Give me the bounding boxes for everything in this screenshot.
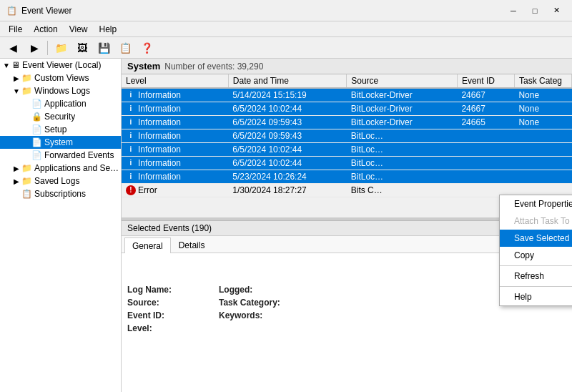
tree-root[interactable]: ▼ 🖥 Event Viewer (Local) xyxy=(0,59,121,72)
context-menu-item[interactable]: Refresh xyxy=(500,268,572,285)
info-icon: i xyxy=(126,90,136,100)
cell-eventid: 24667 xyxy=(457,88,514,102)
table-row[interactable]: iInformation 5/14/2024 15:15:19 BitLocke… xyxy=(122,88,572,102)
info-icon: i xyxy=(126,104,136,114)
cell-category: None xyxy=(514,102,571,116)
saved-logs-folder-icon: 📁 xyxy=(21,176,32,186)
info-icon: i xyxy=(126,117,136,127)
custom-views-expand-icon: ▶ xyxy=(11,74,21,82)
windows-logs-expand-icon: ▼ xyxy=(11,87,21,95)
col-header-source[interactable]: Source xyxy=(347,74,458,88)
col-header-eventid[interactable]: Event ID xyxy=(457,74,514,88)
sidebar-item-security[interactable]: 🔒 Security xyxy=(0,110,121,123)
maximize-button[interactable]: □ xyxy=(525,4,545,18)
field-event-id: Event ID: xyxy=(127,310,190,320)
toolbar-back[interactable]: ◀ xyxy=(3,39,23,57)
info-icon: i xyxy=(126,131,136,141)
menu-view[interactable]: View xyxy=(64,23,94,36)
context-menu-item-label: Attach Task To This Event… xyxy=(514,216,572,226)
event-id-label: Event ID: xyxy=(127,310,184,320)
cell-eventid xyxy=(457,157,514,170)
table-row[interactable]: iInformation 6/5/2024 09:59:43 BitLocker… xyxy=(122,116,572,129)
context-menu: Event PropertiesAttach Task To This Even… xyxy=(499,195,572,306)
title-bar: 📋 Event Viewer ─ □ ✕ xyxy=(0,0,572,21)
field-log-name: Log Name: xyxy=(127,285,190,295)
cell-source: BitLoc… xyxy=(347,170,458,184)
windows-logs-label: Windows Logs xyxy=(34,86,90,96)
context-menu-separator xyxy=(500,286,572,287)
field-source: Source: xyxy=(127,298,190,308)
sidebar-item-subscriptions[interactable]: 📋 Subscriptions xyxy=(0,187,121,200)
field-task-category: Task Category: xyxy=(219,298,286,308)
cell-date: 6/5/2024 10:02:44 xyxy=(228,102,346,116)
context-menu-item[interactable]: Help▶ xyxy=(500,288,572,305)
menu-file[interactable]: File xyxy=(3,23,28,36)
sidebar: ▼ 🖥 Event Viewer (Local) ▶ 📁 Custom View… xyxy=(0,59,122,392)
root-folder-icon: 🖥 xyxy=(11,60,20,70)
source-label: Source: xyxy=(127,298,184,308)
menu-action[interactable]: Action xyxy=(28,23,63,36)
cell-date: 1/30/2024 18:27:27 xyxy=(228,184,346,197)
toolbar-new[interactable]: 🖼 xyxy=(72,39,92,57)
table-row[interactable]: iInformation 6/5/2024 10:02:44 BitLoc… xyxy=(122,143,572,157)
security-label: Security xyxy=(44,112,75,122)
root-expand-icon: ▼ xyxy=(1,62,11,69)
event-count: Number of events: 39,290 xyxy=(164,62,263,72)
keywords-label: Keywords: xyxy=(219,310,276,320)
setup-folder-icon: 📄 xyxy=(31,124,42,134)
col-header-category[interactable]: Task Categ xyxy=(514,74,571,88)
sidebar-item-forwarded-events[interactable]: 📄 Forwarded Events xyxy=(0,149,121,162)
event-list-header: System Number of events: 39,290 xyxy=(122,59,572,74)
sidebar-item-applications-services[interactable]: ▶ 📁 Applications and Servi… xyxy=(0,162,121,175)
tab-details[interactable]: Details xyxy=(171,237,213,253)
app-icon: 📋 xyxy=(6,5,17,16)
sidebar-item-windows-logs[interactable]: ▼ 📁 Windows Logs xyxy=(0,84,121,97)
sidebar-item-application[interactable]: 📄 Application xyxy=(0,97,121,110)
cell-date: 5/14/2024 15:15:19 xyxy=(228,88,346,102)
main-layout: ▼ 🖥 Event Viewer (Local) ▶ 📁 Custom View… xyxy=(0,59,572,392)
system-label: System xyxy=(44,137,73,147)
table-row[interactable]: iInformation 5/23/2024 10:26:24 BitLoc… xyxy=(122,170,572,184)
context-menu-item-label: Event Properties xyxy=(514,199,572,209)
event-list-tab-title: System xyxy=(127,61,160,72)
context-menu-item[interactable]: Save Selected Events… xyxy=(500,230,572,247)
col-header-date[interactable]: Date and Time xyxy=(228,74,346,88)
sidebar-item-setup[interactable]: 📄 Setup xyxy=(0,123,121,136)
level-label: Level: xyxy=(127,323,184,333)
col-header-level[interactable]: Level xyxy=(122,74,228,88)
context-menu-item[interactable]: Copy▶ xyxy=(500,247,572,264)
cell-category: None xyxy=(514,116,571,129)
toolbar-properties[interactable]: 📋 xyxy=(115,39,135,57)
error-icon: ! xyxy=(126,185,136,195)
forwarded-folder-icon: 📄 xyxy=(31,150,42,160)
cell-category: None xyxy=(514,88,571,102)
context-menu-item-label: Help xyxy=(514,292,532,302)
menu-help[interactable]: Help xyxy=(94,23,123,36)
cell-level: !Error xyxy=(122,184,228,197)
context-menu-item[interactable]: Event Properties xyxy=(500,195,572,212)
cell-level: iInformation xyxy=(122,170,228,184)
log-name-label: Log Name: xyxy=(127,285,184,295)
context-menu-item-label: Save Selected Events… xyxy=(514,233,572,243)
table-row[interactable]: iInformation 6/5/2024 10:02:44 BitLocker… xyxy=(122,102,572,116)
cell-eventid xyxy=(457,129,514,143)
app-services-folder-icon: 📁 xyxy=(21,163,32,173)
toolbar-help[interactable]: ❓ xyxy=(137,39,157,57)
sidebar-item-saved-logs[interactable]: ▶ 📁 Saved Logs xyxy=(0,175,121,187)
minimize-button[interactable]: ─ xyxy=(503,4,523,18)
logged-label: Logged: xyxy=(219,285,276,295)
cell-eventid: 24665 xyxy=(457,116,514,129)
toolbar-forward[interactable]: ▶ xyxy=(24,39,44,57)
table-row[interactable]: iInformation 6/5/2024 10:02:44 BitLoc… xyxy=(122,157,572,170)
sidebar-item-custom-views[interactable]: ▶ 📁 Custom Views xyxy=(0,72,121,84)
tab-general[interactable]: General xyxy=(124,237,171,253)
info-icon: i xyxy=(126,172,136,182)
table-row[interactable]: iInformation 6/5/2024 09:59:43 BitLoc… xyxy=(122,129,572,143)
close-button[interactable]: ✕ xyxy=(546,4,566,18)
toolbar-open[interactable]: 📁 xyxy=(51,39,71,57)
toolbar-save[interactable]: 💾 xyxy=(94,39,114,57)
cell-date: 5/23/2024 10:26:24 xyxy=(228,170,346,184)
sidebar-item-system[interactable]: 📄 System xyxy=(0,136,121,149)
cell-date: 6/5/2024 09:59:43 xyxy=(228,129,346,143)
menu-bar: File Action View Help xyxy=(0,21,572,37)
